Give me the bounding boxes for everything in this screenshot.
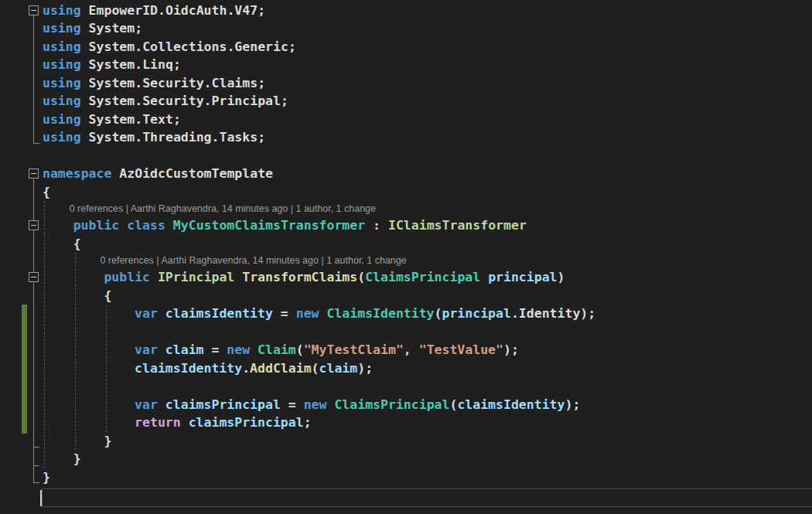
code-token: "MyTestClaim"	[304, 342, 404, 357]
code-token: using	[43, 21, 89, 36]
code-token: {	[43, 185, 50, 199]
code-token: using	[43, 3, 89, 18]
code-token: {	[73, 237, 81, 251]
code-token: System;	[89, 21, 143, 36]
code-line[interactable]: }	[0, 432, 812, 451]
code-token: =	[281, 397, 304, 412]
code-line[interactable]: var claimsPrincipal = new ClaimsPrincipa…	[0, 396, 812, 414]
code-token: System.Collections.Generic;	[89, 39, 296, 54]
code-token: ClaimsPrincipal	[365, 270, 480, 284]
code-token: IClaimsTransformer	[388, 218, 527, 233]
code-token: var	[135, 306, 165, 321]
code-token: using	[43, 57, 89, 72]
code-token: )	[558, 270, 565, 284]
code-line[interactable]: return claimsPrincipal;	[0, 414, 812, 432]
code-line[interactable]: {	[0, 235, 812, 254]
code-token: return	[135, 415, 189, 430]
code-token: ClaimsPrincipal	[334, 397, 449, 412]
code-token: {	[104, 288, 111, 303]
code-token: =	[273, 306, 296, 321]
code-token: using	[43, 94, 89, 108]
code-line[interactable]: using EmpowerID.OidcAuth.V47;	[0, 2, 812, 20]
code-token: new	[296, 306, 327, 321]
code-editor[interactable]: using EmpowerID.OidcAuth.V47;using Syste…	[0, 0, 812, 514]
code-token: (	[449, 397, 457, 412]
code-token: var	[135, 397, 165, 412]
code-token: using	[43, 130, 89, 145]
code-token: claimsPrincipal	[189, 415, 304, 430]
code-token: using	[43, 112, 89, 127]
code-token: :	[365, 218, 388, 233]
code-line[interactable]: public IPrincipal TransformClaims(Claims…	[0, 268, 812, 287]
code-token: System.Linq;	[89, 57, 181, 72]
code-token: }	[73, 451, 81, 466]
code-token: ClaimsIdentity	[326, 306, 434, 321]
code-token: MyCustomClaimsTransformer	[173, 218, 365, 233]
code-token: claimsPrincipal	[165, 397, 281, 412]
code-token: AddClaim	[250, 361, 311, 376]
code-token: TransformClaims	[242, 270, 357, 284]
code-token: System.Security.Principal;	[89, 94, 288, 108]
code-line[interactable]: public class MyCustomClaimsTransformer :…	[0, 216, 812, 235]
code-token: ,	[404, 342, 419, 357]
code-line[interactable]: using System.Security.Principal;	[0, 92, 812, 111]
code-token: principal	[488, 270, 557, 284]
code-token: claim	[319, 361, 358, 376]
code-area[interactable]: using EmpowerID.OidcAuth.V47;using Syste…	[0, 0, 812, 514]
code-token: .Identity);	[511, 306, 595, 321]
code-line[interactable]: var claimsIdentity = new ClaimsIdentity(…	[0, 305, 812, 323]
code-token: claimsIdentity	[135, 361, 242, 376]
code-token: (	[296, 342, 304, 357]
code-token: );	[503, 342, 519, 357]
code-token: }	[43, 470, 50, 485]
code-line[interactable]: using System.Linq;	[0, 56, 812, 74]
code-token: =	[204, 342, 227, 357]
code-token: namespace	[43, 166, 119, 181]
code-token: EmpowerID.OidcAuth.V47;	[89, 3, 265, 18]
code-token: (	[357, 270, 365, 284]
code-token: principal	[442, 306, 511, 321]
code-token: AzOidcCustomTemplate	[119, 166, 273, 181]
text-caret	[40, 490, 42, 506]
code-line[interactable]: claimsIdentity.AddClaim(claim);	[0, 359, 812, 378]
code-token: System.Threading.Tasks;	[89, 130, 265, 145]
code-token: new	[304, 397, 335, 412]
code-token	[234, 270, 242, 284]
code-token: var	[135, 342, 165, 357]
code-token: "TestValue"	[419, 342, 503, 357]
code-token: using	[43, 39, 89, 54]
code-token: ;	[304, 415, 312, 430]
code-token: new	[227, 342, 258, 357]
code-token: claimsIdentity	[457, 397, 565, 412]
code-token: );	[565, 397, 580, 412]
code-line[interactable]: using System.Security.Claims;	[0, 74, 812, 93]
code-line[interactable]: {	[0, 287, 812, 305]
code-token: using	[43, 76, 89, 90]
code-token: Claim	[258, 342, 296, 357]
code-line[interactable]: }	[0, 468, 812, 487]
code-line[interactable]	[0, 323, 812, 342]
code-token: public class	[73, 218, 173, 233]
code-token: public	[104, 270, 158, 284]
code-line[interactable]	[0, 377, 812, 396]
code-line[interactable]: using System.Threading.Tasks;	[0, 128, 812, 147]
codelens-annotation[interactable]: 0 references | Aarthi Raghavendra, 14 mi…	[0, 201, 812, 216]
current-line-highlight	[42, 488, 812, 507]
code-token: );	[357, 361, 373, 376]
code-token: }	[104, 434, 111, 448]
code-line[interactable]: }	[0, 450, 812, 468]
code-token: .	[242, 361, 250, 376]
code-token: (	[312, 361, 319, 376]
code-token: (	[435, 306, 442, 321]
code-line[interactable]: using System.Collections.Generic;	[0, 38, 812, 56]
code-token: IPrincipal	[158, 270, 234, 284]
codelens-annotation[interactable]: 0 references | Aarthi Raghavendra, 14 mi…	[0, 253, 812, 268]
code-line[interactable]: using System;	[0, 19, 812, 38]
code-line[interactable]: var claim = new Claim("MyTestClaim", "Te…	[0, 341, 812, 359]
code-token: claimsIdentity	[165, 306, 273, 321]
code-line[interactable]: {	[0, 183, 812, 202]
code-token	[480, 270, 488, 284]
code-line[interactable]: using System.Text;	[0, 111, 812, 129]
code-line[interactable]	[0, 147, 812, 165]
code-line[interactable]: namespace AzOidcCustomTemplate	[0, 165, 812, 183]
